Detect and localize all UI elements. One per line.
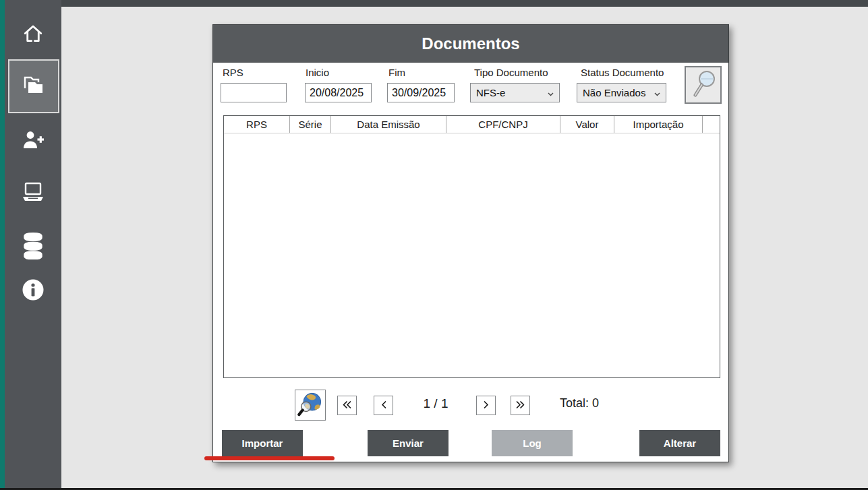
column-header-valor[interactable]: Valor [560, 116, 614, 133]
importar-button[interactable]: Importar [222, 430, 303, 456]
chevron-down-icon [548, 87, 554, 98]
chevron-down-icon [654, 87, 660, 98]
home-icon [22, 23, 44, 44]
fim-label: Fim [388, 67, 405, 78]
tipo-documento-value: NFS-e [476, 87, 545, 98]
column-header-cpf-cnpj[interactable]: CPF/CNPJ [446, 116, 560, 133]
red-underline-annotation [204, 456, 335, 460]
sidebar-item-terminal[interactable] [5, 179, 61, 206]
total-count: Total: 0 [560, 396, 599, 410]
documentos-dialog: Documentos RPS Inicio Fim Tipo Documento… [212, 24, 729, 462]
inicio-label: Inicio [306, 67, 329, 78]
double-chevron-right-icon [515, 400, 525, 412]
rps-label: RPS [223, 67, 243, 78]
tipo-documento-select[interactable]: NFS-e [470, 83, 560, 102]
database-icon [22, 233, 44, 259]
page-indicator: 1 / 1 [407, 396, 464, 411]
sidebar-item-info[interactable] [5, 278, 61, 302]
column-header-serie[interactable]: Série [290, 116, 331, 133]
column-header-rps[interactable]: RPS [224, 116, 290, 133]
info-icon [22, 278, 45, 301]
sidebar-item-add-user[interactable] [5, 128, 61, 152]
globe-magnifier-icon [297, 391, 323, 419]
status-documento-value: Não Enviados [583, 87, 652, 98]
double-chevron-left-icon [342, 400, 352, 412]
column-header-stub [703, 116, 720, 133]
accent-strip [0, 0, 5, 490]
sidebar-item-database[interactable] [5, 231, 61, 261]
folders-icon [21, 73, 47, 99]
status-documento-label: Status Documento [581, 67, 664, 78]
rps-input[interactable] [221, 83, 287, 102]
dialog-title: Documentos [213, 25, 728, 63]
enviar-button[interactable]: Enviar [368, 430, 449, 456]
person-add-icon [22, 129, 45, 151]
tipo-documento-label: Tipo Documento [474, 67, 548, 78]
first-page-button[interactable] [337, 396, 357, 415]
last-page-button[interactable] [511, 396, 530, 415]
chevron-right-icon [483, 400, 490, 412]
column-header-data-emissao[interactable]: Data Emissão [331, 116, 446, 133]
status-documento-select[interactable]: Não Enviados [577, 83, 666, 102]
search-button[interactable] [685, 66, 722, 104]
chevron-left-icon [380, 400, 387, 412]
inicio-input[interactable] [305, 83, 372, 102]
sidebar-item-documents[interactable] [8, 59, 59, 113]
documents-table: RPS Série Data Emissão CPF/CNPJ Valor Im… [223, 115, 720, 378]
table-body-empty [224, 133, 720, 377]
sidebar-item-home[interactable] [5, 22, 61, 45]
sidebar [5, 0, 61, 490]
fim-input[interactable] [387, 83, 455, 102]
column-header-importacao[interactable]: Importação [614, 116, 703, 133]
laptop-icon [20, 181, 46, 205]
app-screen: Documentos RPS Inicio Fim Tipo Documento… [0, 0, 868, 490]
previous-page-button[interactable] [374, 396, 393, 415]
log-button: Log [492, 430, 573, 456]
alterar-button[interactable]: Alterar [639, 430, 720, 456]
window-top-edge [0, 0, 868, 7]
magnifier-icon [690, 69, 717, 101]
next-page-button[interactable] [476, 396, 496, 415]
table-header-row: RPS Série Data Emissão CPF/CNPJ Valor Im… [224, 116, 720, 133]
web-search-button[interactable] [295, 390, 326, 421]
